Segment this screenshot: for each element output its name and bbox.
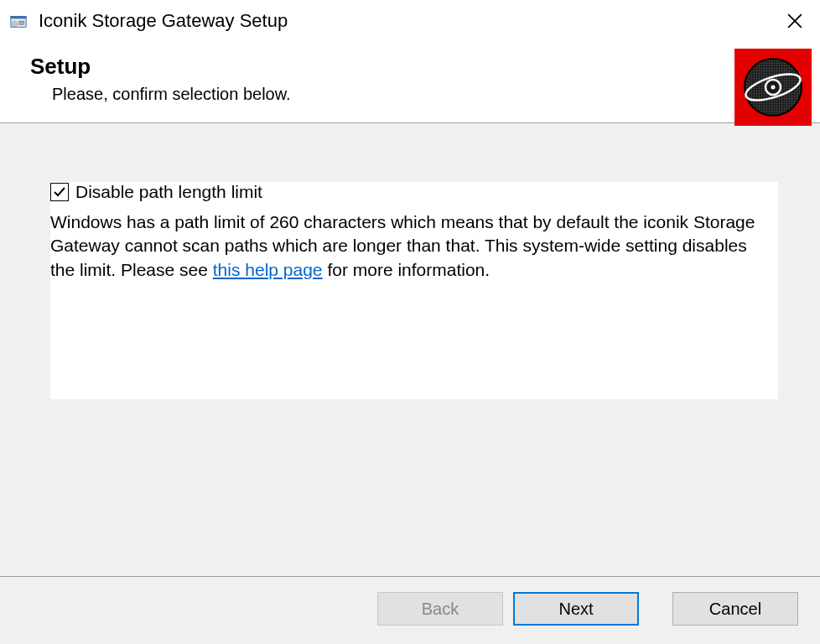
svg-point-13: [771, 86, 776, 90]
installer-icon: [8, 11, 29, 31]
svg-rect-1: [11, 17, 26, 19]
window-title: Iconik Storage Gateway Setup: [39, 10, 775, 32]
svg-rect-5: [18, 23, 24, 25]
checkbox-label: Disable path length limit: [75, 182, 262, 202]
footer: Back Next Cancel: [0, 577, 820, 644]
svg-point-3: [14, 23, 16, 25]
body: Disable path length limit Windows has a …: [0, 123, 820, 576]
content-panel: Disable path length limit Windows has a …: [50, 182, 778, 399]
help-link[interactable]: this help page: [213, 260, 323, 279]
back-button: Back: [377, 592, 503, 626]
check-icon: [53, 185, 66, 199]
checkbox-row: Disable path length limit: [50, 182, 778, 202]
description-text: Windows has a path limit of 260 characte…: [50, 210, 778, 399]
next-button[interactable]: Next: [513, 592, 639, 626]
disc-icon: [743, 57, 803, 117]
cancel-button[interactable]: Cancel: [672, 592, 798, 626]
header: Setup Please, confirm selection below.: [0, 42, 820, 121]
description-after: for more information.: [323, 260, 490, 279]
page-subtitle: Please, confirm selection below.: [52, 85, 797, 104]
close-icon: [787, 13, 802, 29]
close-button[interactable]: [775, 4, 815, 38]
disable-path-limit-checkbox[interactable]: [50, 183, 69, 201]
titlebar: Iconik Storage Gateway Setup: [0, 0, 820, 42]
page-title: Setup: [30, 54, 797, 80]
brand-icon: [734, 49, 812, 126]
installer-window: Iconik Storage Gateway Setup Setup Pleas…: [0, 0, 820, 644]
svg-rect-4: [18, 21, 24, 23]
